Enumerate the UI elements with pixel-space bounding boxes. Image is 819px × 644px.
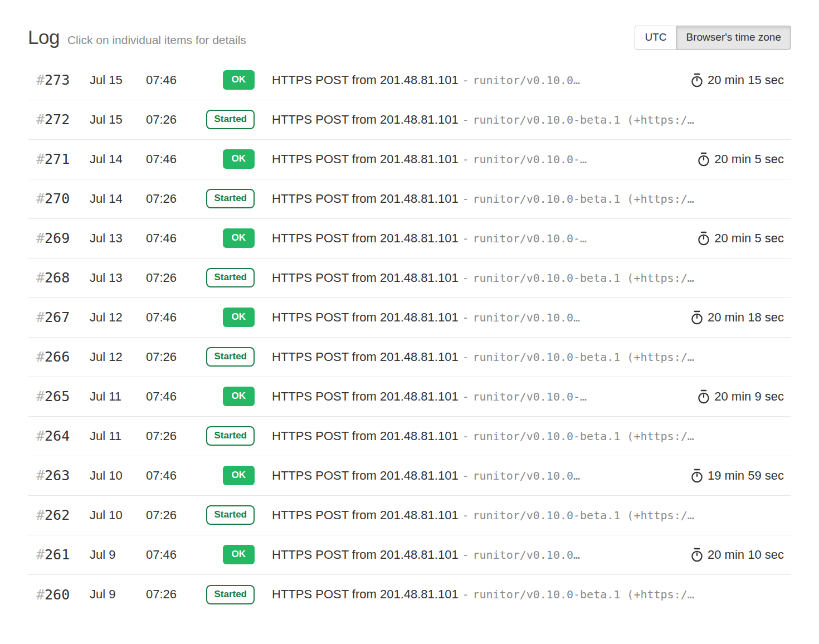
row-number-value: 261 [45, 547, 70, 563]
event-cell: HTTPS POST from 201.48.81.101 - runitor/… [272, 469, 680, 483]
row-number-value: 266 [45, 349, 70, 365]
row-number-hash: # [36, 230, 45, 246]
timezone-toggle-group: UTC Browser's time zone [635, 26, 791, 50]
status-badge: Started [206, 585, 255, 604]
row-time: 07:26 [146, 113, 202, 127]
event-cell: HTTPS POST from 201.48.81.101 - runitor/… [272, 429, 784, 443]
log-row[interactable]: #268 Jul 13 07:26 Started HTTPS POST fro… [28, 258, 791, 298]
status-badge-cell: Started [202, 110, 255, 129]
row-number-value: 269 [45, 230, 70, 246]
row-date: Jul 11 [90, 429, 146, 443]
user-agent-text: runitor/v0.10.0… [472, 548, 580, 562]
log-table: #273 Jul 15 07:46 OK HTTPS POST from 201… [28, 61, 791, 614]
row-number-value: 263 [45, 467, 70, 484]
row-number-value: 271 [45, 151, 70, 167]
stopwatch-icon [690, 469, 704, 483]
row-number-hash: # [36, 151, 45, 167]
stopwatch-icon [697, 231, 710, 246]
log-row[interactable]: #262 Jul 10 07:26 Started HTTPS POST fro… [28, 496, 791, 535]
event-text: HTTPS POST from 201.48.81.101 [272, 271, 459, 285]
event-text: HTTPS POST from 201.48.81.101 [272, 429, 459, 443]
log-row[interactable]: #272 Jul 15 07:26 Started HTTPS POST fro… [28, 100, 791, 140]
log-page: Log Click on individual items for detail… [0, 26, 819, 614]
status-badge-cell: Started [202, 189, 255, 208]
row-time: 07:46 [146, 469, 202, 483]
status-badge-cell: OK [202, 387, 255, 406]
duration-text: 20 min 5 sec [714, 231, 784, 246]
status-badge: Started [206, 505, 255, 525]
utc-button[interactable]: UTC [635, 26, 676, 50]
status-badge: Started [206, 347, 255, 367]
user-agent-text: runitor/v0.10.0… [472, 311, 580, 324]
event-text: HTTPS POST from 201.48.81.101 [272, 469, 459, 482]
status-badge: Started [206, 426, 255, 446]
user-agent-text: runitor/v0.10.0-… [472, 153, 587, 166]
row-date: Jul 10 [90, 469, 146, 483]
duration-cell: 20 min 5 sec [697, 231, 784, 246]
event-cell: HTTPS POST from 201.48.81.101 - runitor/… [272, 231, 687, 246]
status-badge: OK [223, 387, 255, 406]
stopwatch-icon [697, 389, 710, 404]
stopwatch-icon [690, 73, 704, 87]
duration-cell: 20 min 9 sec [697, 389, 784, 404]
status-badge-cell: OK [202, 466, 255, 485]
row-number: #261 [36, 547, 90, 563]
row-time: 07:26 [146, 508, 202, 523]
event-separator: - [459, 391, 473, 403]
event-cell: HTTPS POST from 201.48.81.101 - runitor/… [272, 310, 680, 325]
event-text: HTTPS POST from 201.48.81.101 [272, 389, 459, 403]
event-text: HTTPS POST from 201.48.81.101 [272, 113, 459, 126]
row-number-hash: # [36, 547, 45, 563]
log-row[interactable]: #266 Jul 12 07:26 Started HTTPS POST fro… [28, 338, 791, 377]
row-date: Jul 15 [90, 73, 146, 87]
log-row[interactable]: #267 Jul 12 07:46 OK HTTPS POST from 201… [28, 298, 791, 338]
row-number-hash: # [36, 428, 45, 444]
row-date: Jul 11 [90, 389, 146, 404]
status-badge: OK [223, 545, 255, 564]
row-date: Jul 9 [90, 587, 146, 602]
log-row[interactable]: #264 Jul 11 07:26 Started HTTPS POST fro… [28, 417, 791, 456]
event-cell: HTTPS POST from 201.48.81.101 - runitor/… [272, 271, 784, 285]
row-number-hash: # [36, 72, 45, 88]
row-time: 07:46 [146, 152, 202, 167]
row-number-value: 265 [45, 388, 70, 404]
status-badge: Started [206, 268, 255, 287]
row-date: Jul 14 [90, 192, 146, 206]
row-number-hash: # [36, 388, 45, 404]
row-number-value: 264 [45, 428, 70, 444]
event-text: HTTPS POST from 201.48.81.101 [272, 152, 459, 166]
event-separator: - [459, 588, 473, 601]
status-badge: Started [206, 110, 255, 129]
status-badge-cell: Started [202, 585, 255, 604]
log-row[interactable]: #263 Jul 10 07:46 OK HTTPS POST from 201… [28, 456, 791, 496]
event-cell: HTTPS POST from 201.48.81.101 - runitor/… [272, 152, 687, 167]
log-row[interactable]: #261 Jul 9 07:46 OK HTTPS POST from 201.… [28, 535, 791, 575]
event-separator: - [459, 153, 473, 165]
log-row[interactable]: #269 Jul 13 07:46 OK HTTPS POST from 201… [28, 219, 791, 258]
row-time: 07:26 [146, 192, 202, 206]
row-number-hash: # [36, 507, 45, 523]
event-text: HTTPS POST from 201.48.81.101 [272, 350, 459, 364]
duration-cell: 20 min 10 sec [690, 548, 784, 562]
row-time: 07:26 [146, 429, 202, 443]
status-badge-cell: Started [202, 347, 255, 367]
user-agent-text: runitor/v0.10.0-beta.1 (+https:/… [472, 588, 694, 601]
log-row[interactable]: #273 Jul 15 07:46 OK HTTPS POST from 201… [28, 61, 791, 100]
stopwatch-icon [690, 310, 704, 325]
duration-cell: 19 min 59 sec [690, 469, 784, 483]
status-badge: OK [223, 308, 255, 327]
log-row[interactable]: #270 Jul 14 07:26 Started HTTPS POST fro… [28, 179, 791, 219]
duration-text: 20 min 18 sec [708, 310, 784, 325]
status-badge-cell: OK [202, 228, 255, 248]
event-cell: HTTPS POST from 201.48.81.101 - runitor/… [272, 113, 784, 127]
log-row[interactable]: #271 Jul 14 07:46 OK HTTPS POST from 201… [28, 140, 791, 179]
row-number-value: 267 [45, 309, 70, 325]
row-date: Jul 14 [90, 152, 146, 167]
log-row[interactable]: #260 Jul 9 07:26 Started HTTPS POST from… [28, 575, 791, 614]
status-badge: OK [223, 466, 255, 485]
browser-timezone-button[interactable]: Browser's time zone [676, 26, 791, 50]
duration-text: 20 min 9 sec [714, 389, 784, 404]
title-wrap: Log Click on individual items for detail… [28, 26, 246, 48]
log-row[interactable]: #265 Jul 11 07:46 OK HTTPS POST from 201… [28, 377, 791, 417]
page-subtitle: Click on individual items for details [67, 33, 246, 47]
